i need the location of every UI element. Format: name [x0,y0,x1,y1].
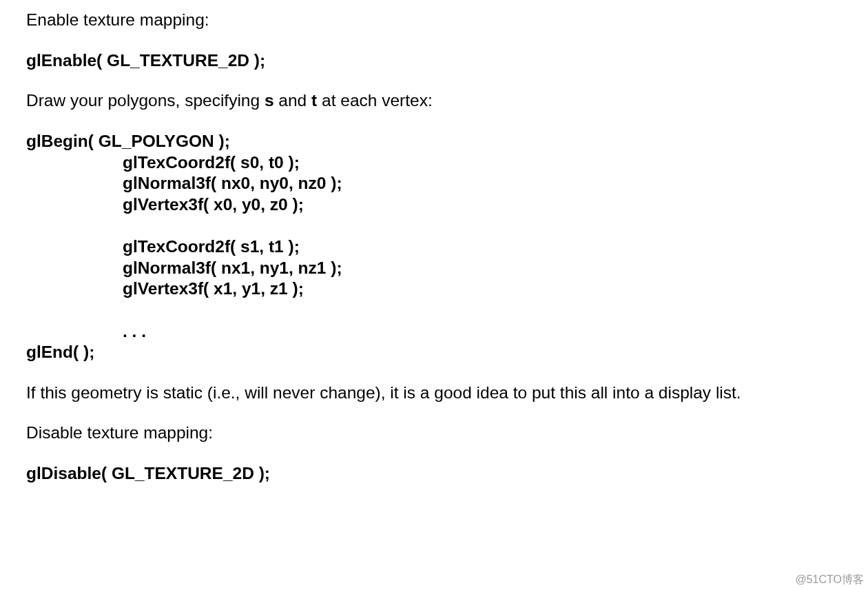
code-glnormal0: glNormal3f( nx0, ny0, nz0 ); [26,173,842,194]
paragraph-static-geometry: If this geometry is static (i.e., will n… [26,383,842,404]
text-fragment: at each vertex: [317,91,433,110]
code-gltexcoord0: glTexCoord2f( s0, t0 ); [26,152,842,174]
paragraph-disable-texture: Disable texture mapping: [26,423,842,444]
code-gldisable: glDisable( GL_TEXTURE_2D ); [26,463,842,485]
paragraph-draw-polygons: Draw your polygons, specifying s and t a… [26,90,842,112]
code-glend: glEnd( ); [26,343,94,361]
code-glbegin: glBegin( GL_POLYGON ); [26,132,230,150]
text-fragment: and [274,91,312,110]
var-t: t [311,91,317,110]
document-page: Enable texture mapping: glEnable( GL_TEX… [0,0,868,485]
paragraph-enable-texture: Enable texture mapping: [26,10,842,31]
code-gltexcoord1: glTexCoord2f( s1, t1 ); [26,236,842,258]
code-glenable: glEnable( GL_TEXTURE_2D ); [26,50,842,72]
var-s: s [265,91,274,110]
code-ellipsis: . . . [26,321,842,343]
code-glvertex1: glVertex3f( x1, y1, z1 ); [26,278,842,300]
watermark: @51CTO博客 [795,573,864,587]
code-block-polygon: glBegin( GL_POLYGON ); glTexCoord2f( s0,… [26,131,842,363]
code-glnormal1: glNormal3f( nx1, ny1, nz1 ); [26,258,842,279]
text-fragment: Draw your polygons, specifying [26,91,265,110]
code-glvertex0: glVertex3f( x0, y0, z0 ); [26,194,842,216]
